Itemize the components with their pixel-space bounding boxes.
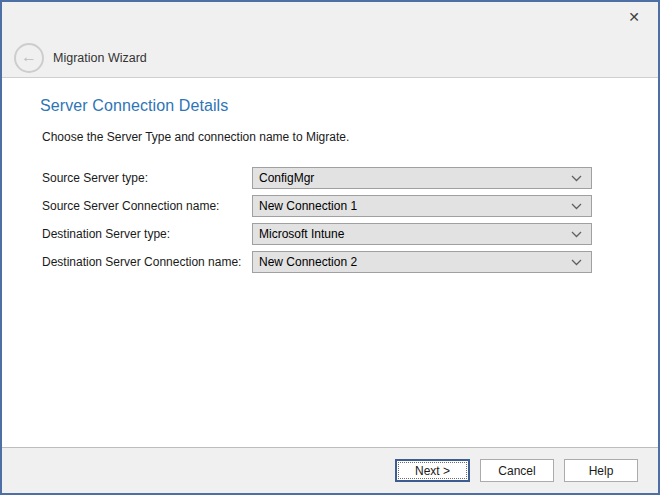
wizard-footer: Next > Cancel Help <box>2 447 658 493</box>
destination-connection-name-label: Destination Server Connection name: <box>42 255 252 269</box>
migration-wizard-window: ✕ ← Migration Wizard Server Connection D… <box>0 0 660 495</box>
chevron-down-icon <box>571 227 582 241</box>
wizard-header: ← Migration Wizard <box>14 43 147 73</box>
destination-connection-name-value: New Connection 2 <box>259 255 357 269</box>
close-icon: ✕ <box>628 9 640 25</box>
wizard-title: Migration Wizard <box>53 51 147 65</box>
source-connection-name-label: Source Server Connection name: <box>42 199 252 213</box>
page-description: Choose the Server Type and connection na… <box>42 130 658 144</box>
chevron-down-icon <box>571 171 582 185</box>
next-button[interactable]: Next > <box>395 459 470 482</box>
back-button[interactable]: ← <box>14 43 44 73</box>
source-connection-name-dropdown[interactable]: New Connection 1 <box>252 195 592 217</box>
page-title: Server Connection Details <box>40 97 658 115</box>
back-arrow-icon: ← <box>21 49 37 65</box>
destination-server-type-dropdown[interactable]: Microsoft Intune <box>252 223 592 245</box>
source-server-type-value: ConfigMgr <box>259 171 314 185</box>
form-row-source-connection-name: Source Server Connection name: New Conne… <box>42 195 658 217</box>
server-connection-form: Source Server type: ConfigMgr Source Ser… <box>42 167 658 273</box>
wizard-page-content: Server Connection Details Choose the Ser… <box>2 97 658 273</box>
source-connection-name-value: New Connection 1 <box>259 199 357 213</box>
destination-server-type-value: Microsoft Intune <box>259 227 344 241</box>
source-server-type-dropdown[interactable]: ConfigMgr <box>252 167 592 189</box>
chevron-down-icon <box>571 255 582 269</box>
cancel-button[interactable]: Cancel <box>480 459 554 482</box>
chevron-down-icon <box>571 199 582 213</box>
form-row-destination-connection-name: Destination Server Connection name: New … <box>42 251 658 273</box>
form-row-destination-server-type: Destination Server type: Microsoft Intun… <box>42 223 658 245</box>
close-button[interactable]: ✕ <box>622 6 646 28</box>
destination-server-type-label: Destination Server type: <box>42 227 252 241</box>
destination-connection-name-dropdown[interactable]: New Connection 2 <box>252 251 592 273</box>
source-server-type-label: Source Server type: <box>42 171 252 185</box>
wizard-header-band: ✕ ← Migration Wizard <box>2 2 658 78</box>
form-row-source-server-type: Source Server type: ConfigMgr <box>42 167 658 189</box>
help-button[interactable]: Help <box>564 459 638 482</box>
